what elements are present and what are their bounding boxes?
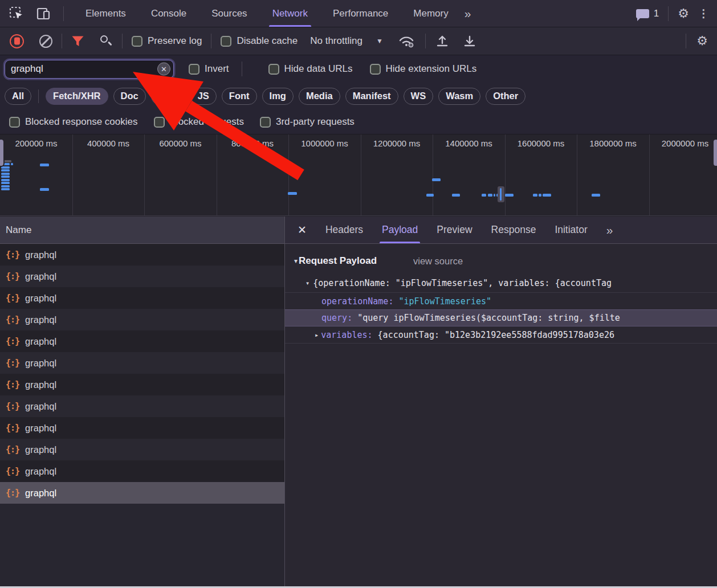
- blocked-response-cookies-toggle[interactable]: Blocked response cookies: [9, 116, 138, 128]
- tab-performance[interactable]: Performance: [333, 0, 388, 27]
- kebab-menu-icon[interactable]: ⋮: [698, 7, 709, 20]
- payload-operation-row[interactable]: operationName: "ipFlowTimeseries": [285, 292, 717, 309]
- record-network-log-button[interactable]: [10, 34, 24, 48]
- chip-manifest[interactable]: Manifest: [345, 88, 398, 105]
- payload-key: operationName:: [321, 296, 393, 307]
- table-row[interactable]: {:}graphql: [0, 244, 284, 266]
- chip-wasm[interactable]: Wasm: [438, 88, 480, 105]
- toolbar-divider: [425, 34, 426, 48]
- invert-toggle[interactable]: Invert: [189, 63, 229, 75]
- chip-divider: [38, 89, 39, 103]
- payload-value: "query ipFlowTimeseries($accountTag: str…: [357, 313, 620, 323]
- tab-memory[interactable]: Memory: [413, 0, 448, 27]
- flag-label: Blocked response cookies: [25, 116, 138, 128]
- timeline-tick-label: 1600000 ms: [505, 138, 577, 148]
- table-row[interactable]: {:}graphql: [0, 287, 284, 309]
- filter-funnel-icon[interactable]: [71, 35, 84, 47]
- network-conditions-icon[interactable]: [398, 34, 416, 48]
- chip-font[interactable]: Font: [222, 88, 257, 105]
- device-toolbar-icon[interactable]: [36, 7, 51, 21]
- hide-extension-urls-checkbox[interactable]: [370, 64, 381, 75]
- view-source-link[interactable]: view source: [413, 256, 463, 267]
- request-name: graphql: [25, 379, 56, 390]
- timeline-scroll-handle-left[interactable]: [0, 138, 5, 167]
- table-row[interactable]: {:}graphql: [0, 417, 284, 439]
- hide-extension-urls-toggle[interactable]: Hide extension URLs: [370, 63, 477, 75]
- preserve-log-toggle[interactable]: Preserve log: [132, 35, 202, 47]
- clear-network-log-icon[interactable]: [39, 35, 52, 48]
- checkbox[interactable]: [9, 117, 20, 128]
- checkbox[interactable]: [154, 117, 165, 128]
- search-icon[interactable]: [99, 34, 113, 48]
- checkbox[interactable]: [260, 117, 271, 128]
- chip-img[interactable]: Img: [262, 88, 294, 105]
- collapse-triangle-icon[interactable]: ▾: [305, 279, 309, 287]
- chip-doc[interactable]: Doc: [113, 88, 146, 105]
- chip-css[interactable]: CSS: [151, 88, 185, 105]
- table-row[interactable]: {:}graphql: [0, 309, 284, 330]
- disable-cache-checkbox[interactable]: [221, 36, 231, 47]
- requests-list: {:}graphql{:}graphql{:}graphql{:}graphql…: [0, 244, 284, 586]
- table-row[interactable]: {:}graphql: [0, 460, 284, 482]
- chip-ws[interactable]: WS: [404, 88, 434, 105]
- table-row[interactable]: {:}graphql: [0, 330, 284, 352]
- payload-variables-row[interactable]: ▸ variables: {accountTag: "b12e3b2192ee5…: [285, 326, 717, 344]
- payload-query-row[interactable]: query: "query ipFlowTimeseries($accountT…: [285, 309, 717, 326]
- timeline-tick-label: 600000 ms: [144, 138, 217, 148]
- table-row[interactable]: {:}graphql: [0, 482, 284, 504]
- timeline-scroll-handle-right[interactable]: [712, 138, 717, 167]
- table-row[interactable]: {:}graphql: [0, 395, 284, 417]
- issues-message-icon[interactable]: [636, 9, 649, 18]
- detail-tab-initiator[interactable]: Initiator: [555, 217, 587, 243]
- tab-sources[interactable]: Sources: [211, 0, 247, 27]
- inspect-element-icon[interactable]: [9, 6, 23, 21]
- clear-filter-icon[interactable]: ✕: [157, 63, 170, 76]
- request-timing-bar: [1, 175, 10, 178]
- settings-gear-icon[interactable]: ⚙: [678, 6, 689, 21]
- tab-network[interactable]: Network: [272, 0, 308, 27]
- filter-input[interactable]: [5, 63, 173, 75]
- filter-input-box[interactable]: ✕: [5, 60, 174, 79]
- network-overview-timeline[interactable]: 200000 ms400000 ms600000 ms800000 ms1000…: [0, 134, 717, 216]
- network-settings-gear-icon[interactable]: ⚙: [696, 34, 708, 48]
- throttling-select[interactable]: No throttling ▼: [310, 35, 383, 47]
- hide-data-urls-toggle[interactable]: Hide data URLs: [268, 63, 353, 75]
- 3rd-party-requests-toggle[interactable]: 3rd-party requests: [260, 116, 355, 128]
- payload-preview-line[interactable]: ▾ {operationName: "ipFlowTimeseries", va…: [305, 274, 717, 292]
- table-row[interactable]: {:}graphql: [0, 374, 284, 395]
- detail-tab-response[interactable]: Response: [491, 217, 536, 243]
- table-row[interactable]: {:}graphql: [0, 439, 284, 460]
- tab-elements[interactable]: Elements: [85, 0, 126, 27]
- more-panels-icon[interactable]: »: [465, 7, 470, 21]
- invert-checkbox[interactable]: [189, 64, 199, 75]
- chip-fetch-xhr[interactable]: Fetch/XHR: [46, 88, 108, 105]
- tab-console[interactable]: Console: [151, 0, 186, 27]
- name-column-header[interactable]: Name: [0, 217, 284, 244]
- close-detail-icon[interactable]: ✕: [298, 223, 307, 236]
- detail-tab-preview[interactable]: Preview: [437, 217, 472, 243]
- chip-all[interactable]: All: [5, 88, 31, 105]
- hide-data-urls-checkbox[interactable]: [268, 64, 279, 75]
- collapse-triangle-icon[interactable]: ▾: [294, 257, 298, 265]
- more-detail-tabs-icon[interactable]: »: [606, 223, 612, 237]
- detail-tab-headers[interactable]: Headers: [325, 217, 363, 243]
- request-name: graphql: [25, 488, 56, 499]
- table-row[interactable]: {:}graphql: [0, 352, 284, 374]
- table-row[interactable]: {:}graphql: [0, 266, 284, 287]
- timeline-tick-label: 200000 ms: [0, 138, 72, 148]
- blocked-requests-toggle[interactable]: Blocked requests: [154, 116, 244, 128]
- detail-tab-payload[interactable]: Payload: [382, 217, 418, 243]
- toolbar-divider: [242, 62, 242, 76]
- request-timing-bar: [1, 182, 10, 184]
- export-har-icon[interactable]: [462, 34, 477, 48]
- chip-media[interactable]: Media: [299, 88, 340, 105]
- disable-cache-toggle[interactable]: Disable cache: [221, 35, 298, 47]
- fetch-xhr-icon: {:}: [6, 379, 19, 390]
- chip-other[interactable]: Other: [486, 88, 525, 105]
- network-split-view: Name {:}graphql{:}graphql{:}graphql{:}gr…: [0, 217, 717, 586]
- import-har-icon[interactable]: [435, 34, 450, 48]
- expand-triangle-icon[interactable]: ▸: [315, 331, 319, 339]
- preserve-log-checkbox[interactable]: [132, 36, 142, 47]
- invert-label: Invert: [205, 63, 229, 75]
- chip-js[interactable]: JS: [190, 88, 217, 105]
